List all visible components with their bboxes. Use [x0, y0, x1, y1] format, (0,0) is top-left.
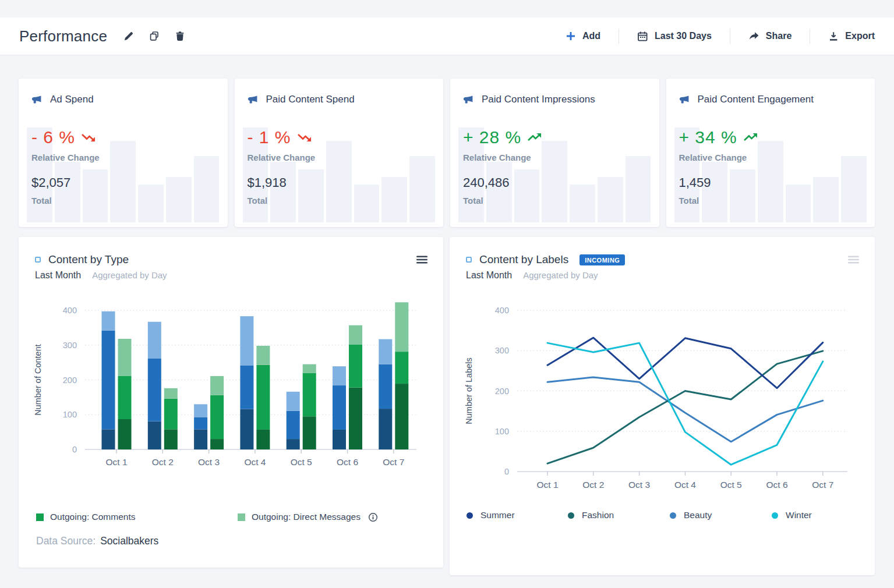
chart-header: Content by Type Last MonthAggregated by …	[19, 237, 443, 281]
kpi-change-value: + 28 %	[463, 127, 521, 147]
kpi-total-label: Total	[679, 196, 759, 206]
bar-blue-dark-oct3	[194, 429, 207, 449]
sparkline-bar	[354, 185, 380, 222]
bar-blue-light-oct5	[287, 392, 300, 411]
dashboard-page: Performance	[0, 0, 894, 588]
svg-text:100: 100	[495, 427, 509, 436]
dashboard-content: Ad Spend - 6 % Relative Change $2,057 To…	[19, 79, 875, 575]
topbar-actions: Add Last 30 Days Share Exp	[547, 29, 875, 44]
add-button[interactable]: Add	[547, 31, 619, 41]
legend-swatch	[36, 513, 44, 521]
content-by-type-card: Content by Type Last MonthAggregated by …	[19, 237, 443, 568]
kpi-total-label: Total	[463, 196, 543, 206]
widget-checkbox-icon[interactable]	[35, 257, 41, 263]
sparkline-bar	[758, 141, 783, 222]
bar-blue-mid-oct1	[102, 331, 115, 430]
kpi-change-label: Relative Change	[679, 153, 759, 162]
legend-dot	[568, 512, 574, 519]
subtitle-note: Aggregated by Day	[523, 270, 598, 280]
bar-green-mid-oct2	[164, 399, 178, 430]
date-range-button[interactable]: Last 30 Days	[619, 31, 730, 42]
trash-icon	[175, 31, 185, 41]
kpi-total-value: $1,918	[248, 175, 316, 190]
trend-arrow-icon	[527, 132, 543, 143]
svg-text:200: 200	[63, 376, 77, 385]
bar-blue-mid-oct3	[194, 417, 207, 429]
legend-dot	[772, 512, 778, 519]
legend-item[interactable]: Beauty	[670, 510, 712, 520]
svg-text:Oct 6: Oct 6	[337, 457, 358, 467]
chart-title: Content by Labels	[479, 253, 568, 266]
bar-blue-light-oct6	[333, 366, 346, 385]
legend-item[interactable]: Fashion	[568, 510, 614, 520]
svg-text:200: 200	[495, 387, 509, 396]
svg-text:Oct 1: Oct 1	[536, 480, 558, 490]
edit-button[interactable]	[123, 31, 134, 41]
svg-text:Oct 3: Oct 3	[198, 457, 220, 467]
bar-green-dark-oct1	[118, 419, 132, 449]
bar-blue-mid-oct5	[287, 411, 300, 439]
megaphone-icon	[248, 95, 258, 104]
kpi-row: Ad Spend - 6 % Relative Change $2,057 To…	[19, 79, 875, 227]
bar-blue-light-oct2	[148, 322, 161, 359]
info-icon[interactable]	[368, 512, 378, 522]
kpi-total-value: 1,459	[679, 175, 759, 190]
legend-label: Winter	[786, 510, 812, 520]
bar-green-dark-oct7	[395, 384, 408, 449]
svg-text:400: 400	[495, 306, 509, 315]
kpi-change: - 1 %	[248, 127, 316, 147]
bar-blue-mid-oct4	[240, 366, 253, 409]
top-bar: Performance	[0, 17, 894, 55]
share-label: Share	[766, 31, 791, 41]
sparkline-bar	[409, 156, 435, 222]
export-button[interactable]: Export	[810, 31, 875, 41]
trend-arrow-icon	[297, 132, 313, 143]
sparkline-bar	[138, 185, 164, 222]
bar-green-mid-oct4	[256, 365, 270, 430]
sparkline-bar	[570, 185, 595, 222]
sparkline-bar	[381, 177, 407, 222]
megaphone-icon	[463, 95, 473, 104]
svg-text:Oct 7: Oct 7	[383, 457, 404, 467]
subtitle-note: Aggregated by Day	[92, 270, 167, 280]
widget-checkbox-icon[interactable]	[466, 257, 472, 263]
chart-menu-button[interactable]	[847, 254, 860, 265]
share-button[interactable]: Share	[730, 31, 810, 41]
bar-green-light-oct5	[303, 364, 316, 373]
data-source: Data Source:Socialbakers	[36, 535, 158, 547]
bar-blue-dark-oct7	[379, 409, 392, 449]
content-by-labels-card: Content by Labels INCOMING Last MonthAgg…	[450, 237, 875, 575]
duplicate-button[interactable]	[149, 31, 160, 41]
subtitle-period: Last Month	[35, 270, 81, 280]
kpi-change-value: + 34 %	[679, 127, 737, 147]
sparkline-bar	[813, 177, 839, 222]
megaphone-icon	[679, 95, 690, 104]
legend-item[interactable]: Outgoing: Comments	[36, 512, 135, 522]
bar-green-light-oct7	[395, 302, 408, 352]
legend-item[interactable]: Winter	[772, 510, 812, 520]
legend-item[interactable]: Outgoing: Direct Messages	[238, 512, 378, 522]
bar-blue-light-oct1	[102, 311, 115, 331]
subtitle-period: Last Month	[466, 270, 512, 280]
bar-green-light-oct1	[118, 339, 132, 376]
bar-green-dark-oct3	[210, 439, 224, 449]
svg-text:Oct 5: Oct 5	[291, 457, 312, 467]
svg-text:Oct 6: Oct 6	[766, 480, 787, 490]
bar-blue-dark-oct1	[102, 429, 115, 449]
chart-subtitle: Last MonthAggregated by Day	[35, 270, 427, 281]
kpi-total-label: Total	[248, 196, 316, 206]
add-label: Add	[582, 31, 600, 41]
legend-item[interactable]: Summer	[467, 510, 515, 520]
svg-text:300: 300	[63, 341, 77, 350]
delete-button[interactable]	[175, 31, 185, 41]
bar-blue-dark-oct4	[240, 409, 253, 449]
svg-text:Oct 5: Oct 5	[720, 480, 742, 490]
incoming-badge: INCOMING	[579, 254, 625, 265]
line-series-winter	[547, 343, 823, 465]
trend-arrow-icon	[743, 132, 759, 143]
svg-text:Oct 1: Oct 1	[105, 457, 127, 467]
legend-label: Outgoing: Comments	[50, 512, 135, 522]
bar-green-light-oct6	[349, 325, 362, 345]
chart-menu-button[interactable]	[415, 254, 429, 265]
legend-swatch	[238, 513, 245, 521]
